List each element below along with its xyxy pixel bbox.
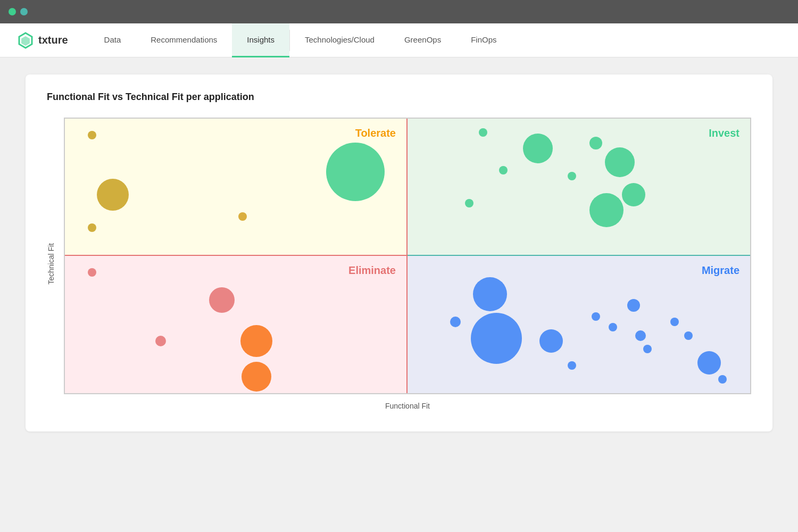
quadrant-migrate: Migrate bbox=[408, 256, 750, 393]
bubble-migrate bbox=[471, 313, 522, 364]
bubble-migrate bbox=[539, 329, 563, 353]
bubble-eliminate bbox=[242, 362, 271, 392]
titlebar bbox=[0, 0, 798, 23]
nav-items: Data Recommendations Insights Technologi… bbox=[89, 23, 512, 57]
nav-technologies-cloud[interactable]: Technologies/Cloud bbox=[290, 23, 389, 57]
nav-data[interactable]: Data bbox=[89, 23, 136, 57]
chart-card: Functional Fit vs Technical Fit per appl… bbox=[26, 74, 772, 431]
titlebar-dot-teal bbox=[20, 8, 28, 15]
bubble-migrate bbox=[684, 331, 693, 340]
bubble-invest bbox=[605, 147, 635, 177]
bubble-eliminate bbox=[88, 268, 96, 277]
bubble-invest bbox=[589, 137, 602, 149]
logo[interactable]: txture bbox=[17, 32, 68, 49]
bubble-invest bbox=[499, 166, 508, 174]
bubble-tolerate bbox=[326, 143, 385, 201]
bubble-invest bbox=[589, 193, 624, 227]
quadrant-tolerate-label: Tolerate bbox=[355, 127, 396, 139]
chart-inner: Tolerate Invest Eliminate Migrate Fun bbox=[64, 118, 751, 410]
bubble-invest bbox=[622, 183, 645, 206]
svg-marker-1 bbox=[21, 36, 30, 46]
main-content: Functional Fit vs Technical Fit per appl… bbox=[0, 57, 798, 448]
quadrant-tolerate: Tolerate bbox=[65, 119, 408, 256]
titlebar-dot-green bbox=[9, 8, 16, 15]
bubble-invest bbox=[479, 128, 487, 137]
bubble-migrate bbox=[627, 299, 640, 312]
bubble-migrate bbox=[718, 375, 727, 384]
bubble-migrate bbox=[609, 323, 617, 331]
bubble-migrate bbox=[592, 312, 600, 321]
bubble-eliminate bbox=[240, 325, 272, 357]
bubble-tolerate bbox=[88, 223, 96, 232]
bubble-eliminate bbox=[209, 287, 235, 313]
bubble-invest bbox=[568, 172, 576, 180]
bubble-migrate bbox=[697, 351, 721, 375]
bubble-migrate bbox=[643, 345, 652, 353]
quadrant-eliminate-label: Eliminate bbox=[348, 264, 396, 277]
bubble-invest bbox=[465, 199, 473, 207]
quadrant-eliminate: Eliminate bbox=[65, 256, 408, 393]
nav-recommendations[interactable]: Recommendations bbox=[136, 23, 232, 57]
nav-greenops[interactable]: GreenOps bbox=[389, 23, 456, 57]
bubble-migrate bbox=[473, 277, 507, 311]
bubble-migrate bbox=[450, 317, 461, 327]
bubble-migrate bbox=[670, 318, 679, 326]
logo-icon bbox=[17, 32, 34, 49]
nav-insights[interactable]: Insights bbox=[232, 23, 289, 57]
nav-finops[interactable]: FinOps bbox=[456, 23, 511, 57]
bubble-migrate bbox=[568, 361, 576, 370]
bubble-tolerate bbox=[238, 212, 247, 221]
logo-text: txture bbox=[38, 34, 68, 46]
bubble-migrate bbox=[635, 330, 646, 341]
bubble-tolerate bbox=[88, 131, 96, 139]
quadrant-invest: Invest bbox=[408, 119, 750, 256]
chart-title: Functional Fit vs Technical Fit per appl… bbox=[47, 92, 751, 103]
navbar: txture Data Recommendations Insights Tec… bbox=[0, 23, 798, 57]
quadrant-migrate-label: Migrate bbox=[702, 264, 739, 277]
bubble-tolerate bbox=[97, 179, 129, 211]
bubble-eliminate bbox=[155, 336, 166, 346]
y-axis-label: Technical Fit bbox=[47, 243, 55, 285]
quadrant-grid: Tolerate Invest Eliminate Migrate bbox=[64, 118, 751, 394]
quadrant-invest-label: Invest bbox=[709, 127, 739, 139]
chart-wrapper: Technical Fit Tolerate Invest Eliminate bbox=[47, 118, 751, 410]
bubble-invest bbox=[523, 134, 553, 163]
x-axis-label: Functional Fit bbox=[64, 402, 751, 410]
